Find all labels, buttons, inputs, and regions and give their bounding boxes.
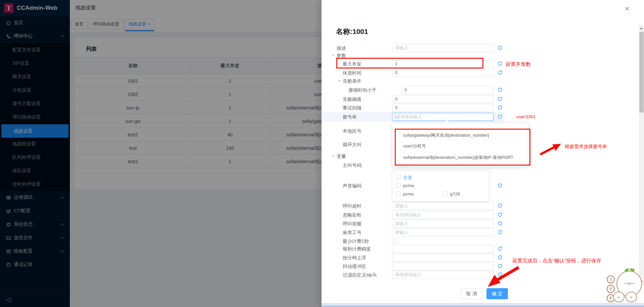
codec-panel: 全选 pcma pcmu g729	[392, 171, 489, 202]
annotation-set-concurrent: 设置并发数	[506, 61, 531, 68]
text-cursor	[395, 115, 395, 119]
retry-interval-input[interactable]: 0	[392, 104, 494, 112]
select-all-label[interactable]: 全选	[403, 175, 412, 181]
annotation-arrow-right	[538, 140, 562, 157]
annotation-dial-example: user/1001	[516, 114, 536, 119]
pcmu-checkbox[interactable]	[396, 191, 401, 196]
per-min-float-input[interactable]	[392, 254, 494, 262]
form-section-fail-condition[interactable]: 失败条件	[321, 77, 644, 86]
form-row-per-sec-precision: 每秒计费精度	[321, 245, 644, 254]
min-bill-checkbox[interactable]	[392, 238, 397, 243]
ime-badge[interactable]: 中	[607, 285, 615, 293]
scrollbar-thumb[interactable]	[639, 32, 644, 113]
g729-label[interactable]: g729	[450, 191, 460, 196]
section-collapse-icon	[332, 156, 335, 157]
per-sec-precision-input[interactable]	[392, 245, 494, 253]
vertical-scrollbar[interactable]	[639, 25, 644, 285]
refresh-icon[interactable]	[498, 45, 503, 50]
modal-dim-overlay[interactable]	[0, 0, 321, 307]
confirm-button[interactable]: 确 定	[486, 288, 508, 299]
refresh-icon[interactable]	[498, 203, 503, 208]
annotation-arrow-save	[485, 265, 522, 289]
agent-id-input[interactable]: 请输入	[392, 228, 494, 236]
section-collapse-icon	[332, 55, 335, 56]
g729-checkbox[interactable]	[443, 191, 448, 196]
rest-time-input[interactable]: 0	[392, 69, 494, 77]
refresh-icon[interactable]	[498, 87, 503, 92]
cancel-button[interactable]: 取 消	[461, 288, 482, 299]
pcma-checkbox[interactable]	[396, 183, 401, 188]
form-row-dial-string: 拨号串 请选择或输入 user/1001	[321, 113, 644, 122]
bottom-scrollbar[interactable]	[321, 303, 644, 307]
close-icon[interactable]: ×	[625, 4, 630, 13]
select-all-checkbox[interactable]	[396, 175, 401, 179]
form-row-ignore-ring: 忽略彩铃 请选择或输入	[321, 211, 644, 220]
call-prefix-input[interactable]: 请输入	[392, 220, 494, 228]
line-edit-drawer: × 名称:1001 描述 请输入 参数 最大并发 1 设置并发数 休息时间 0 …	[321, 0, 644, 307]
form-row-fail-threshold: 失败阈值 0	[321, 95, 644, 104]
description-input[interactable]: 请输入	[392, 44, 494, 52]
refresh-icon[interactable]	[498, 114, 503, 119]
scroll-up-icon[interactable]	[640, 27, 643, 29]
form-row-continue-lt: 接续时间小于 0	[321, 86, 644, 95]
annotation-save-hint: 设置完成后，点击“确认”按钮，进行保存	[512, 258, 601, 264]
continue-lt-input[interactable]: 0	[401, 86, 494, 94]
refresh-icon[interactable]	[498, 221, 503, 226]
jitter-buffer-input[interactable]	[392, 262, 494, 270]
form-row-call-prefix: 呼叫前缀 请输入	[321, 220, 644, 228]
call-timeout-input[interactable]: 请输入	[392, 202, 494, 210]
form-row-agent-id: 座席工号 请输入	[321, 228, 644, 237]
ignore-ring-input[interactable]: 请选择或输入	[392, 211, 494, 219]
fail-threshold-input[interactable]: 0	[392, 95, 494, 103]
refresh-icon[interactable]	[498, 61, 503, 66]
pcma-label[interactable]: pcma	[403, 183, 414, 188]
section-collapse-icon	[338, 80, 341, 82]
form-row-rest-time: 休息时间 0	[321, 69, 644, 78]
refresh-icon[interactable]	[498, 212, 503, 217]
pcmu-label[interactable]: pcmu	[403, 191, 414, 196]
annotation-box-dropdown	[395, 129, 530, 166]
form-row-retry-interval: 重试间隔 0	[321, 104, 644, 113]
form-row-filter-sip: 过滤自定义sip头 请选择或输入	[321, 271, 644, 279]
refresh-icon[interactable]	[498, 70, 503, 75]
filter-sip-input[interactable]: 请选择或输入	[392, 271, 494, 279]
refresh-icon[interactable]	[498, 183, 503, 188]
refresh-icon[interactable]	[498, 96, 503, 101]
refresh-icon[interactable]	[498, 255, 503, 260]
refresh-icon[interactable]	[498, 246, 503, 251]
refresh-icon[interactable]	[498, 230, 503, 235]
dial-string-input[interactable]: 请选择或输入	[392, 113, 494, 121]
ime-mascot-small: -w-	[626, 292, 637, 302]
annotation-box-max-concurrent	[336, 58, 483, 69]
ime-mascot-small: -w-	[613, 292, 625, 302]
refresh-icon[interactable]	[498, 105, 503, 110]
annotation-choose-dial: 根据需求选择拨号串	[565, 144, 607, 150]
drawer-title: 名称:1001	[336, 27, 368, 36]
form-row-call-timeout: 呼叫超时 请输入	[321, 202, 644, 211]
ime-badge[interactable]: S	[607, 275, 615, 283]
